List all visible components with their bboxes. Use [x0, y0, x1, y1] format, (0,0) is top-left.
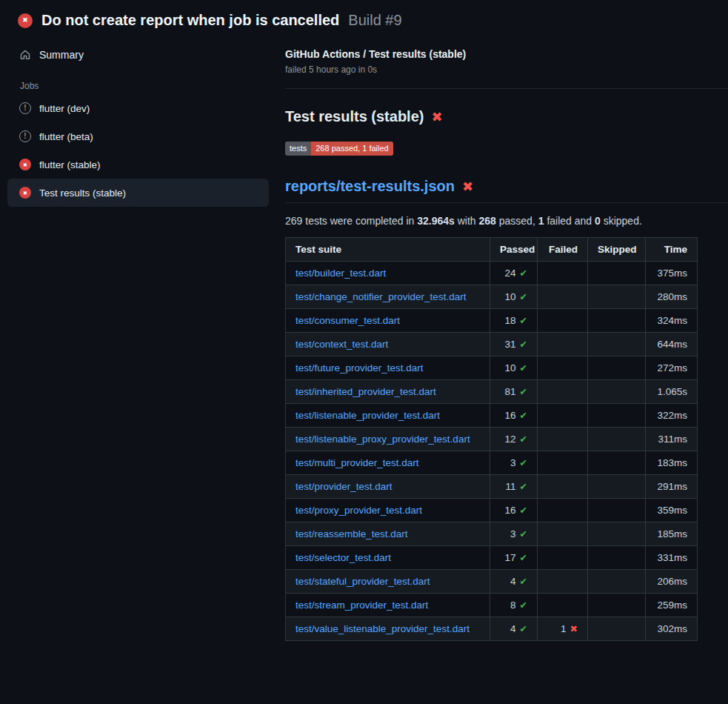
summary-line: 269 tests were completed in 32.964s with…	[285, 215, 728, 227]
passed-cell: 3✔	[490, 522, 538, 546]
passed-cell: 16✔	[490, 404, 538, 428]
time-cell: 1.065s	[646, 380, 698, 404]
skipped-cell	[588, 617, 646, 641]
run-meta: failed 5 hours ago in 0s	[285, 64, 728, 75]
run-title: Do not create report when job is cancell…	[41, 12, 339, 29]
job-neutral-icon: !	[19, 130, 31, 142]
passed-cell: 10✔	[490, 285, 538, 309]
table-row: test/stateful_provider_test.dart 4✔ 206m…	[286, 570, 698, 594]
passed-cell: 18✔	[490, 309, 538, 333]
suite-link[interactable]: test/selector_test.dart	[295, 552, 391, 563]
table-row: test/consumer_test.dart 18✔ 324ms	[286, 309, 698, 333]
job-label: flutter (stable)	[39, 159, 101, 170]
passed-cell: 17✔	[490, 546, 538, 570]
sidebar-item-summary[interactable]: Summary	[7, 41, 269, 69]
sidebar-job-item[interactable]: ✖ flutter (stable)	[7, 150, 269, 179]
suite-link[interactable]: test/provider_test.dart	[295, 481, 393, 492]
home-icon	[19, 49, 31, 61]
table-row: test/builder_test.dart 24✔ 375ms	[286, 262, 698, 285]
col-test-suite: Test suite	[286, 238, 490, 262]
check-icon: ✔	[520, 505, 527, 516]
sidebar-job-item[interactable]: ✖ Test results (stable)	[7, 179, 269, 207]
skipped-cell	[588, 522, 646, 546]
passed-cell: 81✔	[490, 380, 538, 404]
failed-cell	[538, 594, 588, 617]
failed-cell	[538, 475, 588, 499]
suite-link[interactable]: test/context_test.dart	[295, 339, 388, 350]
table-row: test/future_provider_test.dart 10✔ 272ms	[286, 356, 698, 380]
passed-cell: 12✔	[490, 428, 538, 451]
suite-link[interactable]: test/stateful_provider_test.dart	[295, 576, 430, 587]
col-skipped: Skipped	[588, 238, 646, 262]
job-failed-icon: ✖	[19, 187, 31, 199]
check-icon: ✔	[520, 411, 527, 421]
job-failed-icon: ✖	[19, 159, 31, 170]
table-row: test/context_test.dart 31✔ 644ms	[286, 333, 698, 356]
results-table: Test suite Passed Failed Skipped Time te…	[285, 237, 698, 641]
suite-link[interactable]: test/future_provider_test.dart	[295, 362, 424, 373]
suite-link[interactable]: test/change_notifier_provider_test.dart	[295, 291, 466, 302]
skipped-cell	[588, 428, 646, 451]
table-row: test/reassemble_test.dart 3✔ 185ms	[286, 522, 698, 546]
time-cell: 311ms	[646, 428, 698, 451]
sidebar-job-item[interactable]: ! flutter (dev)	[7, 94, 269, 122]
check-icon: ✔	[520, 363, 527, 373]
suite-link[interactable]: test/stream_provider_test.dart	[295, 600, 428, 611]
check-icon: ✔	[520, 387, 527, 397]
passed-cell: 16✔	[490, 499, 538, 522]
failed-cell	[538, 546, 588, 570]
skipped-cell	[588, 570, 646, 594]
suite-link[interactable]: test/value_listenable_provider_test.dart	[295, 623, 470, 634]
table-header-row: Test suite Passed Failed Skipped Time	[286, 238, 698, 262]
suite-link[interactable]: test/consumer_test.dart	[295, 315, 400, 326]
failed-cell	[538, 451, 588, 475]
report-failed-x-icon: ✖	[462, 180, 473, 193]
col-time: Time	[646, 238, 698, 262]
time-cell: 206ms	[646, 570, 698, 594]
suite-link[interactable]: test/inherited_provider_test.dart	[295, 386, 436, 397]
results-table-body: test/builder_test.dart 24✔ 375ms test/ch…	[286, 262, 698, 641]
jobs-list: ! flutter (dev) ! flutter (beta) ✖ flutt…	[7, 94, 269, 207]
sidebar-job-item[interactable]: ! flutter (beta)	[7, 122, 269, 150]
failed-cell	[538, 522, 588, 546]
passed-cell: 24✔	[490, 262, 538, 285]
table-row: test/inherited_provider_test.dart 81✔ 1.…	[286, 380, 698, 404]
skipped-cell	[588, 380, 646, 404]
divider	[285, 88, 728, 89]
failed-cell	[538, 570, 588, 594]
skipped-cell	[588, 499, 646, 522]
table-row: test/value_listenable_provider_test.dart…	[286, 617, 698, 641]
col-failed: Failed	[538, 238, 588, 262]
check-icon: ✔	[520, 624, 527, 634]
job-label: Test results (stable)	[39, 187, 126, 199]
table-row: test/proxy_provider_test.dart 16✔ 359ms	[286, 499, 698, 522]
suite-link[interactable]: test/multi_provider_test.dart	[295, 457, 419, 468]
skipped-cell	[588, 262, 646, 285]
check-icon: ✔	[520, 577, 527, 587]
time-cell: 259ms	[646, 594, 698, 617]
table-row: test/selector_test.dart 17✔ 331ms	[286, 546, 698, 570]
suite-link[interactable]: test/listenable_provider_test.dart	[295, 410, 440, 421]
check-icon: ✔	[520, 553, 527, 563]
skipped-cell	[588, 594, 646, 617]
table-row: test/stream_provider_test.dart 8✔ 259ms	[286, 594, 698, 617]
passed-cell: 11✔	[490, 475, 538, 499]
table-row: test/listenable_provider_test.dart 16✔ 3…	[286, 404, 698, 428]
suite-link[interactable]: test/builder_test.dart	[295, 268, 386, 279]
skipped-cell	[588, 285, 646, 309]
badge-label: tests	[285, 142, 311, 156]
passed-cell: 31✔	[490, 333, 538, 356]
tests-badge: tests 268 passed, 1 failed	[285, 142, 393, 156]
passed-cell: 8✔	[490, 594, 538, 617]
suite-link[interactable]: test/proxy_provider_test.dart	[295, 505, 422, 516]
skipped-cell	[588, 356, 646, 380]
suite-link[interactable]: test/reassemble_test.dart	[295, 528, 408, 539]
skipped-cell	[588, 475, 646, 499]
suite-link[interactable]: test/listenable_proxy_provider_test.dart	[295, 434, 470, 445]
check-run-title: Test results (stable)	[285, 108, 424, 125]
sidebar: Summary Jobs ! flutter (dev) ! flutter (…	[0, 36, 278, 207]
failed-cell	[538, 285, 588, 309]
report-file-link[interactable]: reports/test-results.json	[285, 178, 455, 195]
skipped-cell	[588, 546, 646, 570]
passed-cell: 10✔	[490, 356, 538, 380]
